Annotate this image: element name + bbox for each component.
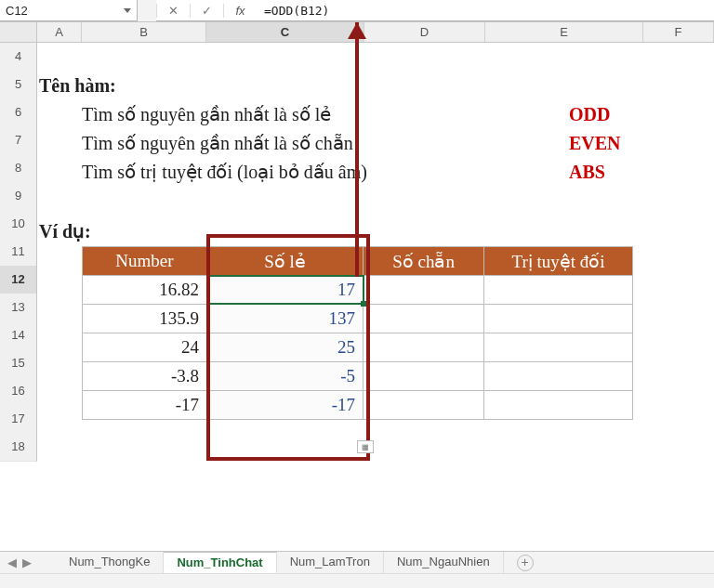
name-box[interactable]: C12 [0,0,138,21]
fn-name-even: EVEN [569,130,621,156]
row-header[interactable]: 6 [0,98,37,127]
section-heading: Ví dụ: [39,218,91,244]
chevron-down-icon[interactable] [124,8,131,13]
desc-odd: Tìm số nguyên gần nhất là số lẻ [82,101,331,127]
row-header[interactable]: 9 [0,182,37,211]
spreadsheet-grid[interactable]: A B C D E F 456789101112131415161718 Tên… [0,22,714,565]
annotation-arrow [355,22,359,277]
section-heading: Tên hàm: [39,72,116,98]
row-header[interactable]: 10 [0,210,37,239]
table-row: -3.8 -5 [83,362,633,391]
tab-nav-prev-icon[interactable]: ◀ [7,555,17,569]
column-header[interactable]: F [643,22,714,42]
column-header[interactable]: D [364,22,485,42]
table-row: -17 -17 [83,391,633,420]
row-header[interactable]: 16 [0,377,37,406]
row-header[interactable]: 18 [0,433,37,462]
horizontal-scrollbar[interactable] [0,573,714,588]
fx-icon[interactable]: fx [223,4,257,18]
desc-even: Tìm số nguyên gần nhất là số chẵn [82,130,353,156]
desc-abs: Tìm số trị tuyệt đối (loại bỏ dấu âm) [82,159,367,185]
row-header[interactable]: 4 [0,43,37,72]
row-header[interactable]: 8 [0,154,37,183]
table-row: 24 25 [83,333,633,362]
column-header[interactable]: E [485,22,643,42]
row-header[interactable]: 13 [0,294,37,322]
row-header[interactable]: 7 [0,126,37,155]
row-header[interactable]: 12 [0,266,37,294]
table-row: 16.82 17 [83,276,633,305]
sheet-tab[interactable]: Num_LamTron [277,552,384,573]
table-header: Số lẻ [207,247,364,276]
row-header[interactable]: 5 [0,71,37,99]
table-header: Trị tuyệt đối [484,247,633,276]
table-row: 135.9 137 [83,305,633,333]
sheet-tab[interactable]: Num_ThongKe [56,552,164,573]
formula-bar: C12 ✕ ✓ fx =ODD(B12) [0,0,714,22]
fn-name-odd: ODD [569,101,610,127]
table-header: Number [83,247,207,276]
column-header[interactable]: C [206,22,364,42]
sheet-tab-bar: ◀ ▶ Num_ThongKeNum_TinhChatNum_LamTronNu… [0,551,714,573]
annotation-arrow-head [348,22,366,39]
row-header[interactable]: 14 [0,321,37,350]
add-sheet-button[interactable]: + [517,555,534,571]
row-header[interactable]: 11 [0,238,37,267]
sheet-tab[interactable]: Num_NgauNhien [384,552,504,573]
enter-icon[interactable]: ✓ [190,4,223,18]
sheet-tab[interactable]: Num_TinhChat [164,552,276,574]
column-header[interactable]: B [82,22,206,42]
column-header[interactable]: A [37,22,82,42]
table-header: Số chẵn [364,247,484,276]
cancel-icon[interactable]: ✕ [156,4,190,18]
row-header[interactable]: 15 [0,349,37,378]
fn-name-abs: ABS [569,159,605,185]
formula-input[interactable]: =ODD(B12) [257,4,714,18]
select-all-corner[interactable] [0,22,37,42]
cell-reference: C12 [6,4,28,18]
tab-nav-next-icon[interactable]: ▶ [22,555,32,569]
row-header[interactable]: 17 [0,405,37,434]
autofill-options-icon[interactable]: ▦ [357,440,374,453]
